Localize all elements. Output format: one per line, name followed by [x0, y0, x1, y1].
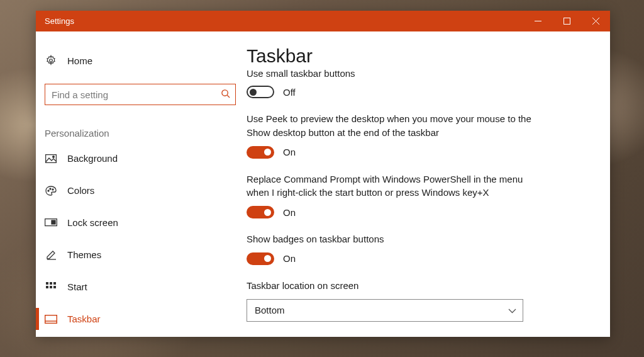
setting-peek: Use Peek to preview the desktop when you… [247, 112, 585, 159]
setting-location: Taskbar location on screen Bottom [247, 279, 585, 322]
svg-rect-7 [46, 154, 57, 162]
sidebar-item-themes[interactable]: Themes [36, 239, 247, 271]
toggle-powershell[interactable] [247, 206, 274, 218]
svg-point-9 [48, 190, 49, 191]
setting-small-buttons: Use small taskbar buttons Off [247, 68, 585, 98]
setting-powershell: Replace Command Prompt with Windows Powe… [247, 173, 585, 219]
toggle-badges[interactable] [247, 252, 274, 265]
sidebar-item-label: Start [67, 281, 87, 292]
setting-label: Use Peek to preview the desktop when you… [247, 112, 536, 140]
toggle-state: On [283, 147, 296, 157]
window-title: Settings [36, 16, 74, 26]
palette-icon [45, 186, 57, 196]
svg-rect-17 [53, 282, 56, 285]
svg-point-10 [50, 188, 51, 190]
sidebar-item-lockscreen[interactable]: Lock screen [36, 207, 247, 239]
sidebar-item-label: Background [67, 153, 118, 164]
nav-list: Background Colors Lock screen [36, 142, 247, 335]
setting-label: Replace Command Prompt with Windows Powe… [247, 173, 536, 200]
monitor-icon [45, 218, 57, 227]
toggle-state: On [283, 253, 296, 264]
content-area: Home Personalization [36, 31, 610, 337]
sidebar-item-start[interactable]: Start [36, 271, 247, 303]
svg-point-5 [222, 90, 228, 96]
svg-rect-20 [53, 286, 56, 288]
setting-badges: Show badges on taskbar buttons On [247, 232, 585, 265]
minimize-button[interactable] [523, 11, 552, 31]
sidebar-item-label: Lock screen [67, 217, 118, 228]
taskbar-icon [45, 315, 57, 324]
svg-point-4 [50, 59, 53, 62]
main-panel: Taskbar Use small taskbar buttons Off Us… [247, 31, 610, 337]
setting-label: Taskbar location on screen [247, 279, 536, 293]
sidebar-item-label: Themes [67, 249, 101, 260]
sidebar-item-background[interactable]: Background [36, 142, 247, 174]
sidebar-item-label: Colors [67, 185, 94, 196]
location-dropdown[interactable]: Bottom [247, 299, 523, 322]
svg-rect-16 [50, 282, 52, 285]
toggle-state: On [283, 207, 296, 218]
setting-label: Use small taskbar buttons [247, 68, 585, 79]
search-icon [221, 89, 230, 100]
grid-icon [45, 282, 57, 292]
search-input[interactable] [52, 89, 221, 100]
picture-icon [45, 154, 57, 163]
sidebar: Home Personalization [36, 31, 247, 337]
sidebar-item-colors[interactable]: Colors [36, 174, 247, 207]
svg-rect-13 [52, 220, 55, 224]
close-button[interactable] [581, 11, 610, 31]
gear-icon [45, 55, 57, 66]
toggle-state: Off [283, 87, 296, 98]
home-nav[interactable]: Home [36, 48, 247, 72]
svg-rect-21 [45, 315, 57, 323]
home-label: Home [67, 55, 92, 66]
category-label: Personalization [36, 105, 247, 142]
sidebar-item-label: Taskbar [67, 314, 101, 324]
sidebar-item-taskbar[interactable]: Taskbar [36, 303, 247, 335]
svg-rect-18 [46, 286, 48, 288]
settings-window: Settings Home [36, 11, 610, 337]
svg-rect-15 [46, 282, 48, 285]
pencil-icon [45, 250, 57, 260]
svg-rect-1 [564, 18, 570, 25]
maximize-button[interactable] [552, 11, 581, 31]
svg-line-6 [227, 95, 230, 98]
svg-point-8 [53, 156, 55, 157]
setting-label: Show badges on taskbar buttons [247, 232, 536, 246]
dropdown-value: Bottom [255, 305, 285, 315]
search-box[interactable] [45, 84, 236, 105]
toggle-peek[interactable] [247, 146, 274, 159]
toggle-small-buttons[interactable] [247, 86, 274, 98]
page-title: Taskbar [247, 45, 585, 67]
svg-point-11 [52, 189, 53, 190]
svg-rect-19 [50, 286, 52, 288]
titlebar[interactable]: Settings [36, 11, 610, 31]
chevron-down-icon [508, 305, 516, 315]
